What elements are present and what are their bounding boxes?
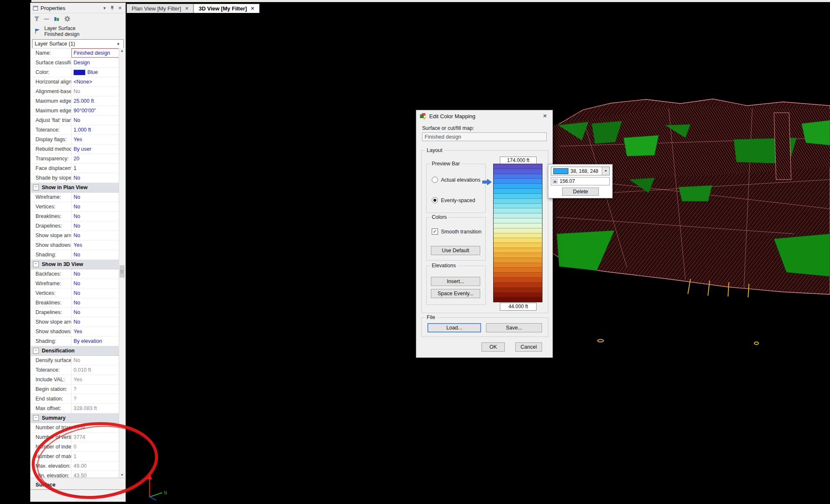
property-row[interactable]: Tolerance:1.000 ft: [31, 125, 119, 135]
property-value[interactable]: No: [71, 173, 119, 182]
radio-evenly-spaced[interactable]: Evenly-spaced: [432, 197, 475, 203]
property-row[interactable]: Shading:By elevation: [31, 337, 119, 346]
radio-selected-icon[interactable]: [432, 197, 438, 203]
close-tab-icon[interactable]: ✕: [185, 6, 188, 11]
property-row[interactable]: Transparency:20: [31, 154, 119, 164]
property-value[interactable]: 6959: [71, 423, 119, 432]
section-header[interactable]: −Show in Plan View: [31, 183, 119, 192]
chevron-down-icon[interactable]: ▾: [602, 167, 609, 175]
property-value[interactable]: No: [71, 250, 119, 259]
property-value[interactable]: 90°00'00": [71, 106, 119, 115]
property-row[interactable]: Vertices:No: [31, 289, 119, 298]
property-value[interactable]: ?: [71, 385, 119, 394]
property-value[interactable]: No: [71, 317, 119, 327]
pin-icon[interactable]: [110, 5, 115, 10]
property-row[interactable]: Display flags:Yes: [31, 135, 119, 144]
elevation-input[interactable]: 156.07: [551, 177, 610, 185]
property-row[interactable]: Backfaces:No: [31, 269, 119, 279]
surface-tab[interactable]: Surface: [31, 478, 125, 490]
property-row[interactable]: Max. elevation:49.00: [31, 461, 119, 471]
property-row[interactable]: Tolerance:0.010 ft: [31, 365, 119, 375]
space-evenly-button[interactable]: Space Evenly...: [431, 289, 480, 298]
property-value[interactable]: No: [71, 192, 119, 202]
tab-3d-view[interactable]: 3D View [My Filter] ✕: [193, 4, 260, 13]
property-value[interactable]: No: [71, 202, 119, 211]
property-value[interactable]: No: [71, 298, 119, 307]
property-row[interactable]: Color:Blue: [31, 68, 119, 77]
collapse-icon[interactable]: −: [33, 261, 39, 267]
property-row[interactable]: Number of triang6959: [31, 423, 119, 433]
property-row[interactable]: Begin station:?: [31, 385, 119, 394]
property-value[interactable]: No: [71, 87, 119, 96]
property-row[interactable]: Horizontal alignm<None>: [31, 77, 119, 87]
object-selector-dropdown[interactable]: Layer Surface (1) ▾: [32, 39, 124, 48]
property-row[interactable]: Vertices:No: [31, 202, 119, 212]
property-row[interactable]: Densify surface:No: [31, 356, 119, 365]
property-value[interactable]: By user: [71, 144, 119, 154]
panel-menu-caret-icon[interactable]: ▾: [102, 5, 107, 11]
property-value[interactable]: No: [71, 269, 119, 279]
panel-close-icon[interactable]: ✕: [117, 5, 123, 11]
property-value[interactable]: 0.010 ft: [71, 365, 119, 375]
property-value[interactable]: 3774: [71, 433, 119, 442]
checkbox-checked-icon[interactable]: ✓: [432, 228, 438, 235]
save-button[interactable]: Save...: [486, 323, 542, 332]
property-row[interactable]: Show shadows:Yes: [31, 241, 119, 250]
property-row[interactable]: End station:?: [31, 394, 119, 404]
property-row[interactable]: Shading:No: [31, 250, 119, 260]
scrollbar-thumb[interactable]: [120, 265, 125, 278]
property-value[interactable]: No: [71, 308, 119, 317]
tab-plan-view[interactable]: Plan View [My Filter] ✕: [127, 4, 193, 13]
property-row[interactable]: Wireframe:No: [31, 279, 119, 289]
dialog-title-bar[interactable]: Edit Color Mapping ✕: [416, 110, 552, 122]
property-row[interactable]: Maximum edge a90°00'00": [31, 106, 119, 116]
property-value[interactable]: No: [71, 356, 119, 365]
color-gradient-bar[interactable]: [493, 164, 542, 302]
surface-map-field[interactable]: Finished design: [422, 132, 547, 141]
radio-actual-elevations[interactable]: Actual elevations: [432, 177, 481, 183]
property-value[interactable]: No: [71, 279, 119, 288]
section-header[interactable]: −Densification: [31, 346, 119, 356]
property-value[interactable]: 43.50: [71, 471, 119, 478]
load-button[interactable]: Load...: [428, 323, 481, 332]
collapse-icon[interactable]: −: [33, 348, 39, 354]
property-value[interactable]: ?: [71, 394, 119, 403]
property-value[interactable]: Finished design: [71, 48, 119, 58]
property-value[interactable]: 20: [71, 154, 119, 163]
section-header[interactable]: −Show in 3D View: [31, 260, 119, 269]
gear-icon[interactable]: [64, 16, 70, 22]
property-value[interactable]: Design: [71, 58, 119, 67]
delete-button[interactable]: Delete: [562, 187, 599, 196]
property-row[interactable]: Maximum edge l25.000 ft: [31, 96, 119, 106]
property-row[interactable]: Shade by slope raNo: [31, 173, 119, 183]
filter-icon[interactable]: [34, 16, 39, 21]
use-default-button[interactable]: Use Default: [431, 246, 480, 255]
property-value[interactable]: Blue: [71, 68, 119, 77]
property-value[interactable]: No: [71, 212, 119, 221]
property-row[interactable]: Wireframe:No: [31, 192, 119, 202]
property-row[interactable]: Drapelines:No: [31, 221, 119, 231]
property-value[interactable]: No: [71, 116, 119, 125]
property-value[interactable]: By elevation: [71, 337, 119, 346]
property-row[interactable]: Alignment-based:No: [31, 87, 119, 96]
property-value[interactable]: 328.083 ft: [71, 404, 119, 413]
smooth-transition-checkbox[interactable]: ✓ Smooth transition: [432, 228, 481, 235]
property-row[interactable]: Number of mater1: [31, 452, 119, 461]
grid-scrollbar[interactable]: ▲ ▼: [119, 48, 125, 478]
collapse-icon[interactable]: −: [33, 185, 39, 190]
property-value[interactable]: No: [71, 231, 119, 240]
property-row[interactable]: Show slope arrowNo: [31, 231, 119, 241]
property-value[interactable]: <None>: [71, 77, 119, 86]
scroll-up-icon[interactable]: ▲: [119, 48, 125, 54]
property-value[interactable]: Yes: [71, 241, 119, 250]
property-row[interactable]: Breaklines:No: [31, 298, 119, 308]
scroll-down-icon[interactable]: ▼: [119, 472, 125, 478]
property-row[interactable]: Drapelines:No: [31, 308, 119, 317]
property-value[interactable]: 1: [71, 164, 119, 173]
property-row[interactable]: Name:Finished design: [31, 48, 119, 58]
property-value[interactable]: 49.00: [71, 461, 119, 471]
property-value[interactable]: 1.000 ft: [71, 125, 119, 134]
property-row[interactable]: Number of vertic3774: [31, 433, 119, 442]
property-row[interactable]: Breaklines:No: [31, 212, 119, 221]
cancel-button[interactable]: Cancel: [515, 342, 542, 352]
